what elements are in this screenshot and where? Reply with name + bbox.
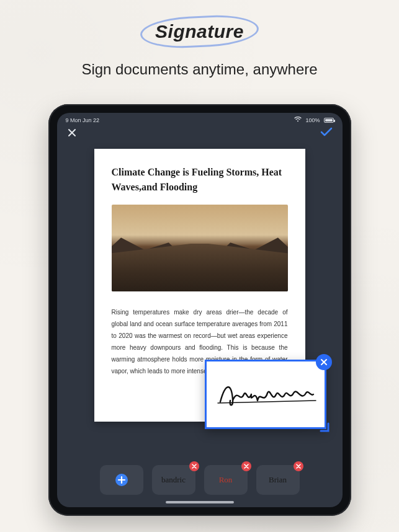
tablet-frame: 9 Mon Jun 22 100% Climate Change is Fuel…	[48, 104, 351, 516]
check-icon	[320, 127, 333, 137]
saved-signature-1[interactable]: bandric	[152, 465, 195, 495]
delete-signature-button[interactable]	[294, 461, 303, 471]
saved-signature-label: bandric	[161, 475, 186, 485]
wifi-icon	[294, 117, 302, 123]
document-title: Climate Change is Fueling Storms, Heat W…	[112, 165, 288, 195]
signature-ink	[207, 361, 325, 427]
marketing-header: Signature Sign documents anytime, anywhe…	[0, 0, 399, 78]
saved-signature-label: Ron	[219, 475, 233, 485]
battery-percent: 100%	[305, 117, 320, 123]
editor-topbar	[57, 125, 343, 145]
tagline: Sign documents anytime, anywhere	[0, 61, 399, 78]
signature-overlay[interactable]	[205, 360, 326, 429]
plus-icon	[115, 473, 128, 487]
close-icon	[296, 464, 301, 469]
signature-resize-handle[interactable]	[318, 421, 330, 432]
status-time: 9 Mon Jun 22	[66, 117, 100, 123]
brand-title: Signature	[155, 21, 244, 42]
confirm-button[interactable]	[320, 127, 333, 140]
brand-badge: Signature	[144, 17, 255, 46]
status-bar: 9 Mon Jun 22 100%	[57, 113, 343, 125]
add-signature-button[interactable]	[100, 465, 143, 495]
close-icon	[192, 464, 197, 469]
close-icon	[67, 128, 77, 138]
delete-signature-button[interactable]	[241, 461, 251, 471]
signature-tray: bandric Ron Brian	[57, 465, 343, 495]
saved-signature-label: Brian	[269, 475, 287, 485]
close-button[interactable]	[67, 128, 77, 140]
battery-icon	[324, 118, 334, 123]
home-indicator[interactable]	[166, 501, 234, 503]
resize-handle-icon	[318, 421, 330, 432]
document-hero-image	[112, 205, 288, 291]
close-icon	[244, 464, 249, 469]
saved-signature-3[interactable]: Brian	[256, 465, 300, 495]
delete-signature-button[interactable]	[189, 461, 199, 471]
saved-signature-2[interactable]: Ron	[204, 465, 248, 495]
tablet-screen: 9 Mon Jun 22 100% Climate Change is Fuel…	[57, 113, 343, 507]
